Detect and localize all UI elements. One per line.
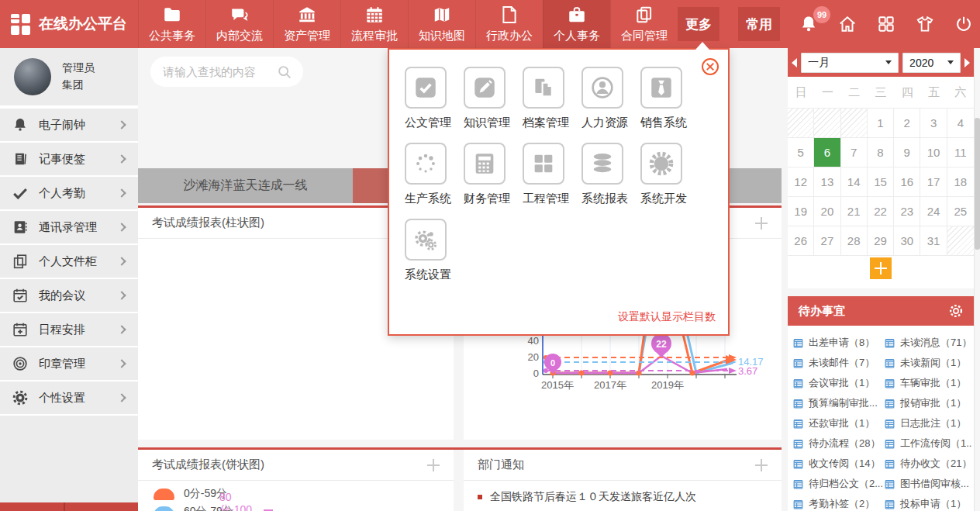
calendar-day-cell[interactable]: 10 xyxy=(920,137,947,167)
more-button[interactable]: 更多 xyxy=(678,7,719,41)
prev-month-icon[interactable] xyxy=(792,58,797,67)
calendar-day-cell[interactable]: 29 xyxy=(868,226,894,255)
app-shortcut[interactable]: 销售系统 xyxy=(640,67,699,130)
calendar-day-cell[interactable]: 11 xyxy=(947,137,974,167)
search-icon[interactable] xyxy=(276,64,293,81)
top-nav-item[interactable]: 知识地图 xyxy=(408,0,475,48)
app-shortcut[interactable]: 公文管理 xyxy=(405,67,464,130)
sidebar-item[interactable]: 电子闹钟 xyxy=(0,109,138,141)
next-month-icon[interactable] xyxy=(964,58,970,67)
calendar-day-cell[interactable]: 20 xyxy=(814,196,840,226)
shirt-icon[interactable] xyxy=(915,14,935,34)
calendar-day-cell[interactable]: 12 xyxy=(788,167,814,196)
calendar-day-cell[interactable]: 1 xyxy=(868,108,894,137)
sidebar-item[interactable]: 记事便签 xyxy=(0,143,138,175)
apps-grid-icon[interactable] xyxy=(876,14,896,34)
sidebar-item[interactable]: 印章管理 xyxy=(0,347,138,380)
search-input[interactable] xyxy=(163,65,276,78)
todo-item[interactable]: 待办流程（28） xyxy=(791,433,882,454)
month-select[interactable]: 一月 xyxy=(801,53,899,73)
calendar-day-cell[interactable]: 24 xyxy=(920,196,947,226)
app-shortcut[interactable]: 系统开发 xyxy=(640,143,699,206)
top-nav-item[interactable]: 个人事务 xyxy=(543,0,610,48)
year-select[interactable]: 2020 xyxy=(902,53,961,73)
todo-item[interactable]: 未读消息（71） xyxy=(882,333,972,353)
todo-item[interactable]: 报销审批（1） xyxy=(882,393,972,413)
calendar-day-cell[interactable]: 2 xyxy=(894,108,920,137)
app-shortcut[interactable]: 生产系统 xyxy=(405,143,464,206)
todo-item[interactable]: 日志批注（1） xyxy=(882,413,972,433)
legend-item[interactable]: 60分-79分 80分-100分 xyxy=(154,505,233,511)
calendar-day-cell[interactable]: 6 xyxy=(814,137,840,167)
sidebar-item[interactable]: 个人考勤 xyxy=(0,177,138,209)
top-nav-item[interactable]: 合同管理 xyxy=(610,0,678,48)
sidebar-item[interactable]: 个性设置 xyxy=(0,382,138,414)
calendar-day-cell[interactable]: 16 xyxy=(894,167,920,196)
calendar-day-cell[interactable]: 15 xyxy=(868,167,894,196)
calendar-day-cell[interactable]: 31 xyxy=(920,226,947,255)
home-icon[interactable] xyxy=(837,14,858,34)
gear-icon[interactable] xyxy=(947,302,964,319)
app-shortcut[interactable]: 档案管理 xyxy=(523,67,581,130)
calendar-day-cell[interactable]: 28 xyxy=(841,226,868,255)
notice-item[interactable]: 全国铁路节后春运１０天发送旅客近亿人次 xyxy=(478,490,696,504)
calendar-day-cell[interactable]: 27 xyxy=(814,226,840,255)
app-shortcut[interactable]: 财务管理 xyxy=(464,143,523,206)
top-nav-item[interactable]: 流程审批 xyxy=(340,0,408,48)
calendar-day-cell[interactable]: 22 xyxy=(868,196,894,226)
calendar-day-cell[interactable]: 13 xyxy=(814,167,840,196)
app-logo[interactable]: 在线办公平台 xyxy=(0,0,138,48)
todo-item[interactable]: 未读新闻（1） xyxy=(882,353,972,373)
app-shortcut[interactable]: 工程管理 xyxy=(523,143,581,206)
calendar-day-cell[interactable]: 14 xyxy=(841,167,868,196)
todo-item[interactable]: 还款审批（1） xyxy=(791,413,882,433)
calendar-day-cell[interactable]: 21 xyxy=(841,196,868,226)
calendar-day-cell[interactable]: 23 xyxy=(894,196,920,226)
app-shortcut[interactable]: 系统报表 xyxy=(581,143,640,206)
todo-item[interactable]: 工作流传阅（1... xyxy=(882,433,972,454)
todo-item[interactable]: 待归档公文（2... xyxy=(791,474,882,494)
todo-item[interactable]: 预算编制审批... xyxy=(791,393,882,413)
plus-icon[interactable] xyxy=(427,459,440,471)
top-nav-item[interactable]: 行政办公 xyxy=(475,0,543,48)
calendar-day-cell[interactable]: 30 xyxy=(894,226,920,255)
calendar-day-cell[interactable]: 7 xyxy=(841,137,868,167)
sidebar-item[interactable]: 通讯录管理 xyxy=(0,211,138,243)
todo-item[interactable]: 未读邮件（7） xyxy=(791,353,882,373)
top-nav-item[interactable]: 公共事务 xyxy=(138,0,205,48)
app-shortcut[interactable]: 知识管理 xyxy=(464,67,523,130)
sidebar-item[interactable]: 个人文件柜 xyxy=(0,245,138,278)
calendar-day-cell[interactable]: 3 xyxy=(920,108,947,137)
calendar-day-cell[interactable]: 17 xyxy=(920,167,947,196)
todo-item[interactable]: 投标申请（1） xyxy=(882,494,972,511)
legend-item[interactable]: 0分-59分 xyxy=(154,487,227,501)
calendar-day-cell[interactable]: 18 xyxy=(947,167,974,196)
set-default-columns-link[interactable]: 设置默认显示栏目数 xyxy=(618,310,716,324)
todo-item[interactable]: 会议审批（1） xyxy=(791,373,882,393)
app-shortcut[interactable]: 系统设置 xyxy=(405,219,464,282)
calendar-day-cell[interactable]: 4 xyxy=(947,108,974,137)
add-event-button[interactable] xyxy=(870,257,892,279)
calendar-day-cell[interactable]: 26 xyxy=(788,226,814,255)
frequent-button[interactable]: 常用 xyxy=(738,7,780,41)
calendar-day-cell[interactable]: 9 xyxy=(894,137,920,167)
calendar-day-cell[interactable]: 25 xyxy=(947,196,974,226)
power-icon[interactable] xyxy=(954,14,974,34)
calendar-day-cell[interactable]: 5 xyxy=(788,137,814,167)
top-nav-item[interactable]: 资产管理 xyxy=(273,0,340,48)
todo-item[interactable]: 考勤补签（2） xyxy=(791,494,882,511)
todo-item[interactable]: 收文传阅（14） xyxy=(791,454,882,474)
calendar-day-cell[interactable]: 8 xyxy=(868,137,894,167)
scrollbar-thumb[interactable] xyxy=(975,118,980,250)
todo-item[interactable]: 待办收文（21） xyxy=(882,454,972,474)
calendar-day-cell[interactable]: 19 xyxy=(788,196,814,226)
notifications-button[interactable]: 99 xyxy=(799,14,819,34)
todo-item[interactable]: 出差申请（8） xyxy=(791,333,882,353)
sidebar-item[interactable]: 日程安排 xyxy=(0,313,138,346)
todo-item[interactable]: 车辆审批（1） xyxy=(882,373,972,393)
app-shortcut[interactable]: 人力资源 xyxy=(581,67,640,130)
sidebar-item[interactable]: 我的会议 xyxy=(0,279,138,312)
top-nav-item[interactable]: 内部交流 xyxy=(205,0,273,48)
plus-icon[interactable] xyxy=(755,459,768,471)
avatar[interactable] xyxy=(14,58,51,95)
